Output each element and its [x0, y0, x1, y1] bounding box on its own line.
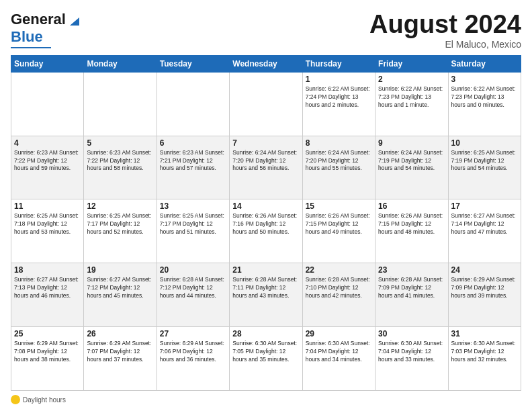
calendar-cell: 1Sunrise: 6:22 AM Sunset: 7:24 PM Daylig… [302, 72, 375, 136]
day-detail: Sunrise: 6:30 AM Sunset: 7:04 PM Dayligh… [306, 340, 372, 364]
weekday-header-cell: Saturday [448, 55, 521, 72]
day-number: 18 [14, 265, 81, 275]
day-detail: Sunrise: 6:30 AM Sunset: 7:04 PM Dayligh… [378, 340, 445, 364]
calendar-cell [84, 72, 157, 136]
day-detail: Sunrise: 6:24 AM Sunset: 7:19 PM Dayligh… [378, 149, 445, 173]
location: El Maluco, Mexico [369, 39, 521, 50]
calendar-cell: 17Sunrise: 6:27 AM Sunset: 7:14 PM Dayli… [448, 199, 521, 263]
calendar-cell: 31Sunrise: 6:30 AM Sunset: 7:03 PM Dayli… [448, 327, 521, 391]
logo-triangle-icon [67, 13, 79, 26]
calendar-cell: 8Sunrise: 6:24 AM Sunset: 7:20 PM Daylig… [302, 136, 375, 199]
day-detail: Sunrise: 6:25 AM Sunset: 7:19 PM Dayligh… [451, 149, 518, 173]
footer-legend: Daylight hours [11, 395, 66, 404]
day-number: 30 [378, 329, 445, 338]
day-number: 1 [306, 75, 372, 84]
calendar-cell: 7Sunrise: 6:24 AM Sunset: 7:20 PM Daylig… [230, 136, 302, 199]
weekday-header-cell: Sunday [11, 55, 84, 72]
calendar-cell: 18Sunrise: 6:27 AM Sunset: 7:13 PM Dayli… [11, 263, 84, 327]
day-number: 6 [160, 138, 226, 148]
calendar-cell: 9Sunrise: 6:24 AM Sunset: 7:19 PM Daylig… [375, 136, 448, 199]
calendar-week-row: 18Sunrise: 6:27 AM Sunset: 7:13 PM Dayli… [11, 263, 521, 327]
calendar-cell: 27Sunrise: 6:29 AM Sunset: 7:06 PM Dayli… [157, 327, 229, 391]
day-detail: Sunrise: 6:22 AM Sunset: 7:23 PM Dayligh… [378, 85, 445, 109]
day-number: 26 [87, 329, 153, 338]
calendar-cell: 26Sunrise: 6:29 AM Sunset: 7:07 PM Dayli… [84, 327, 157, 391]
day-detail: Sunrise: 6:24 AM Sunset: 7:20 PM Dayligh… [306, 149, 372, 173]
calendar-cell: 24Sunrise: 6:29 AM Sunset: 7:09 PM Dayli… [448, 263, 521, 327]
day-detail: Sunrise: 6:22 AM Sunset: 7:24 PM Dayligh… [306, 85, 372, 109]
calendar-week-row: 11Sunrise: 6:25 AM Sunset: 7:18 PM Dayli… [11, 199, 521, 263]
day-detail: Sunrise: 6:26 AM Sunset: 7:15 PM Dayligh… [378, 212, 445, 236]
daylight-label: Daylight hours [23, 396, 66, 404]
day-detail: Sunrise: 6:29 AM Sunset: 7:08 PM Dayligh… [14, 340, 81, 364]
day-detail: Sunrise: 6:27 AM Sunset: 7:13 PM Dayligh… [14, 276, 81, 300]
day-detail: Sunrise: 6:27 AM Sunset: 7:12 PM Dayligh… [87, 276, 153, 300]
calendar-cell: 6Sunrise: 6:23 AM Sunset: 7:21 PM Daylig… [157, 136, 229, 199]
calendar-cell: 30Sunrise: 6:30 AM Sunset: 7:04 PM Dayli… [375, 327, 448, 391]
logo-text: General [11, 11, 66, 28]
calendar-cell: 11Sunrise: 6:25 AM Sunset: 7:18 PM Dayli… [11, 199, 84, 263]
calendar-cell: 21Sunrise: 6:28 AM Sunset: 7:11 PM Dayli… [230, 263, 302, 327]
calendar-cell: 2Sunrise: 6:22 AM Sunset: 7:23 PM Daylig… [375, 72, 448, 136]
day-number: 13 [160, 201, 226, 211]
day-number: 17 [451, 201, 518, 211]
day-number: 8 [306, 138, 372, 148]
day-number: 2 [378, 75, 445, 84]
day-number: 23 [378, 265, 445, 275]
logo-blue: Blue [11, 28, 43, 46]
calendar-cell [157, 72, 229, 136]
title-block: August 2024 El Maluco, Mexico [369, 11, 521, 50]
day-detail: Sunrise: 6:30 AM Sunset: 7:03 PM Dayligh… [451, 340, 518, 364]
weekday-header-cell: Wednesday [230, 55, 302, 72]
svg-marker-0 [70, 17, 79, 26]
day-number: 16 [378, 201, 445, 211]
day-detail: Sunrise: 6:29 AM Sunset: 7:07 PM Dayligh… [87, 340, 153, 364]
day-number: 3 [451, 75, 518, 84]
day-number: 29 [306, 329, 372, 338]
weekday-header-cell: Tuesday [157, 55, 229, 72]
day-number: 21 [232, 265, 299, 275]
day-number: 24 [451, 265, 518, 275]
day-detail: Sunrise: 6:23 AM Sunset: 7:21 PM Dayligh… [160, 149, 226, 173]
weekday-header-cell: Thursday [302, 55, 375, 72]
header: General Blue August 2024 El Maluco, Mexi… [11, 11, 521, 50]
day-detail: Sunrise: 6:28 AM Sunset: 7:12 PM Dayligh… [160, 276, 226, 300]
day-detail: Sunrise: 6:28 AM Sunset: 7:09 PM Dayligh… [378, 276, 445, 300]
weekday-header-cell: Friday [375, 55, 448, 72]
calendar-cell [11, 72, 84, 136]
calendar-week-row: 4Sunrise: 6:23 AM Sunset: 7:22 PM Daylig… [11, 136, 521, 199]
day-number: 10 [451, 138, 518, 148]
day-number: 31 [451, 329, 518, 338]
day-detail: Sunrise: 6:28 AM Sunset: 7:11 PM Dayligh… [232, 276, 299, 300]
calendar-cell: 5Sunrise: 6:23 AM Sunset: 7:22 PM Daylig… [84, 136, 157, 199]
calendar-cell: 10Sunrise: 6:25 AM Sunset: 7:19 PM Dayli… [448, 136, 521, 199]
day-detail: Sunrise: 6:23 AM Sunset: 7:22 PM Dayligh… [14, 149, 81, 173]
calendar-cell: 19Sunrise: 6:27 AM Sunset: 7:12 PM Dayli… [84, 263, 157, 327]
day-number: 9 [378, 138, 445, 148]
weekday-header-cell: Monday [84, 55, 157, 72]
day-number: 27 [160, 329, 226, 338]
calendar-cell: 15Sunrise: 6:26 AM Sunset: 7:15 PM Dayli… [302, 199, 375, 263]
day-detail: Sunrise: 6:27 AM Sunset: 7:14 PM Dayligh… [451, 212, 518, 236]
day-detail: Sunrise: 6:29 AM Sunset: 7:06 PM Dayligh… [160, 340, 226, 364]
day-detail: Sunrise: 6:25 AM Sunset: 7:18 PM Dayligh… [14, 212, 81, 236]
day-number: 7 [232, 138, 299, 148]
calendar-cell: 20Sunrise: 6:28 AM Sunset: 7:12 PM Dayli… [157, 263, 229, 327]
day-number: 20 [160, 265, 226, 275]
day-number: 14 [232, 201, 299, 211]
calendar-cell: 29Sunrise: 6:30 AM Sunset: 7:04 PM Dayli… [302, 327, 375, 391]
sun-icon [11, 395, 20, 404]
day-detail: Sunrise: 6:26 AM Sunset: 7:15 PM Dayligh… [306, 212, 372, 236]
calendar-cell: 28Sunrise: 6:30 AM Sunset: 7:05 PM Dayli… [230, 327, 302, 391]
calendar-week-row: 25Sunrise: 6:29 AM Sunset: 7:08 PM Dayli… [11, 327, 521, 391]
day-detail: Sunrise: 6:23 AM Sunset: 7:22 PM Dayligh… [87, 149, 153, 173]
page: General Blue August 2024 El Maluco, Mexi… [0, 0, 532, 411]
calendar-body: 1Sunrise: 6:22 AM Sunset: 7:24 PM Daylig… [11, 72, 521, 390]
day-detail: Sunrise: 6:22 AM Sunset: 7:23 PM Dayligh… [451, 85, 518, 109]
day-number: 22 [306, 265, 372, 275]
day-detail: Sunrise: 6:25 AM Sunset: 7:17 PM Dayligh… [87, 212, 153, 236]
day-detail: Sunrise: 6:28 AM Sunset: 7:10 PM Dayligh… [306, 276, 372, 300]
calendar-table: SundayMondayTuesdayWednesdayThursdayFrid… [11, 55, 521, 391]
day-number: 25 [14, 329, 81, 338]
calendar-cell: 22Sunrise: 6:28 AM Sunset: 7:10 PM Dayli… [302, 263, 375, 327]
